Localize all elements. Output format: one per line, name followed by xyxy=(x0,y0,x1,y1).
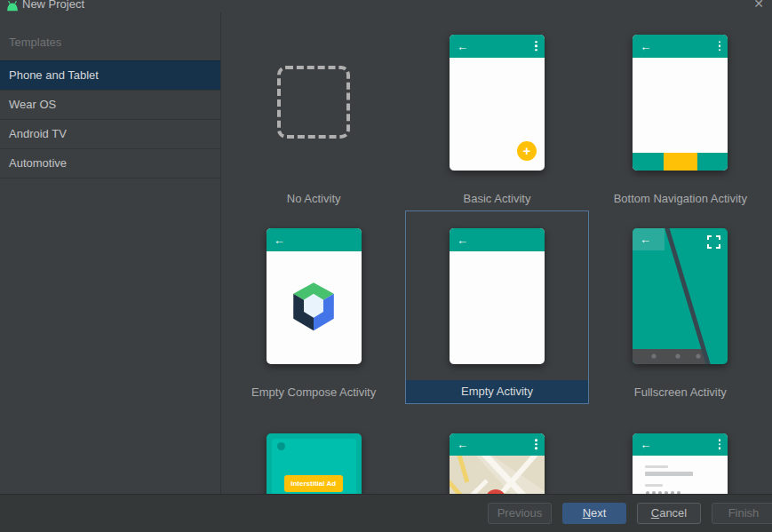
camera-dot-icon xyxy=(277,442,285,450)
tile-label: Empty Activity xyxy=(406,380,587,403)
back-arrow-icon: ← xyxy=(640,439,651,450)
empty-activity-preview: ← xyxy=(450,228,545,364)
dialog-footer: Previous Next Cancel Finish xyxy=(0,494,772,532)
dialog-title: New Project xyxy=(22,0,84,11)
finish-button[interactable]: Finish xyxy=(712,503,772,524)
templates-sidebar: Templates Phone and Tablet Wear OS Andro… xyxy=(0,12,221,494)
tile-google-maps-activity[interactable]: ← xyxy=(405,404,588,494)
back-arrow-icon: ← xyxy=(457,40,468,52)
jetpack-compose-logo-icon xyxy=(290,251,338,364)
sidebar-item-phone-and-tablet[interactable]: Phone and Tablet xyxy=(0,60,220,90)
no-activity-placeholder-icon xyxy=(277,66,350,139)
kebab-menu-icon xyxy=(535,438,537,450)
sidebar-list: Phone and Tablet Wear OS Android TV Auto… xyxy=(0,60,220,179)
back-arrow-icon: ← xyxy=(457,439,468,450)
admob-ads-preview: Interstitial Ad xyxy=(267,433,362,495)
login-activity-preview: ← xyxy=(633,433,728,495)
sidebar-item-automotive[interactable]: Automotive xyxy=(0,148,220,179)
kebab-menu-icon xyxy=(719,40,721,52)
template-grid: No Activity ← + Basic Activity xyxy=(222,12,772,494)
tile-label: Bottom Navigation Activity xyxy=(589,187,772,210)
template-gallery: No Activity ← + Basic Activity xyxy=(222,12,772,494)
back-arrow-icon: ← xyxy=(274,234,285,245)
back-arrow-icon: ← xyxy=(640,40,651,52)
close-icon[interactable]: ✕ xyxy=(753,0,764,11)
sidebar-section-label: Templates xyxy=(9,36,220,49)
interstitial-ad-badge: Interstitial Ad xyxy=(284,475,343,492)
cancel-button[interactable]: Cancel xyxy=(637,503,701,524)
kebab-menu-icon xyxy=(719,438,721,450)
fab-plus-icon: + xyxy=(517,141,537,161)
fullscreen-activity-preview: ← xyxy=(633,228,728,364)
tile-bottom-navigation-activity[interactable]: ← Bottom Navigation Activity xyxy=(589,17,772,210)
tile-basic-activity[interactable]: ← + Basic Activity xyxy=(405,17,588,210)
tile-label: No Activity xyxy=(222,187,405,210)
map-preview-graphic xyxy=(450,456,545,495)
new-project-dialog: New Project ✕ Templates Phone and Tablet… xyxy=(0,0,772,532)
sidebar-item-wear-os[interactable]: Wear OS xyxy=(0,90,220,119)
tile-empty-compose-activity[interactable]: ← Empty Compose Activity xyxy=(222,210,405,404)
empty-compose-preview: ← xyxy=(267,228,362,364)
sidebar-item-android-tv[interactable]: Android TV xyxy=(0,119,220,148)
tile-label: Basic Activity xyxy=(405,187,588,210)
tile-label: Fullscreen Activity xyxy=(589,381,772,404)
previous-button[interactable]: Previous xyxy=(488,503,552,524)
google-maps-preview: ← xyxy=(450,433,545,495)
tile-no-activity[interactable]: No Activity xyxy=(222,17,405,210)
basic-activity-preview: ← + xyxy=(450,35,545,171)
bottom-nav-bar xyxy=(633,153,728,171)
tile-admob-ads-activity[interactable]: Interstitial Ad xyxy=(222,404,405,494)
back-arrow-icon: ← xyxy=(457,234,468,245)
bottom-navigation-preview: ← xyxy=(633,35,728,171)
tile-fullscreen-activity[interactable]: ← Fullscreen Activity xyxy=(589,210,772,404)
svg-text:←: ← xyxy=(640,233,651,246)
kebab-menu-icon xyxy=(535,40,537,52)
dialog-titlebar: New Project ✕ xyxy=(0,0,772,12)
android-logo-icon xyxy=(6,0,19,15)
tile-empty-activity[interactable]: ← Empty Activity xyxy=(405,210,588,404)
fullscreen-expand-icon xyxy=(708,236,720,248)
tile-login-activity[interactable]: ← xyxy=(589,404,772,494)
tile-label: Empty Compose Activity xyxy=(222,381,405,404)
next-button[interactable]: Next xyxy=(562,503,626,524)
